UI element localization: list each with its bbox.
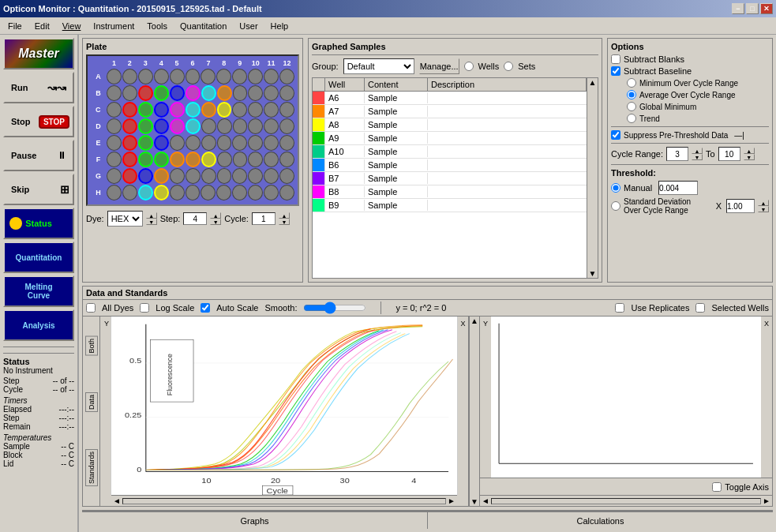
well[interactable] (186, 102, 201, 118)
minimize-button[interactable]: − (732, 3, 744, 14)
well[interactable] (264, 102, 279, 118)
cycle-from-down[interactable]: ▼ (692, 154, 703, 160)
manual-radio[interactable] (611, 183, 620, 193)
sets-radio[interactable] (504, 62, 513, 71)
well[interactable] (279, 85, 294, 101)
well[interactable] (186, 85, 201, 101)
dye-down-button[interactable]: ▼ (146, 219, 157, 225)
well[interactable] (122, 85, 137, 101)
dye-up-button[interactable]: ▲ (146, 212, 157, 219)
well[interactable] (107, 118, 122, 134)
auto-scale-checkbox[interactable] (201, 303, 210, 313)
calculations-tab[interactable]: Calculations (428, 511, 773, 529)
vscroll-up[interactable]: ▲ (470, 317, 478, 325)
well[interactable] (279, 102, 294, 118)
table-row[interactable]: A7 Sample (313, 105, 587, 118)
global-min-radio[interactable] (627, 102, 636, 111)
well[interactable] (122, 168, 137, 184)
scroll-down-button[interactable]: ▼ (589, 269, 597, 278)
table-row[interactable]: A6 Sample (313, 92, 587, 105)
manage-button[interactable]: Manage... (419, 58, 459, 74)
subtract-baseline-checkbox[interactable] (611, 66, 620, 76)
well[interactable] (201, 168, 216, 184)
min-over-cycle-radio[interactable] (627, 78, 636, 88)
status-button[interactable]: Status (3, 208, 74, 239)
well[interactable] (170, 152, 185, 167)
well[interactable] (264, 152, 279, 167)
well[interactable] (279, 135, 294, 151)
well[interactable] (122, 135, 137, 151)
well[interactable] (170, 69, 185, 84)
step-down-button[interactable]: ▼ (210, 219, 221, 225)
well[interactable] (186, 69, 201, 84)
well[interactable] (138, 85, 153, 101)
menu-tools[interactable]: Tools (141, 20, 174, 32)
trend-radio[interactable] (627, 114, 636, 123)
well[interactable] (170, 185, 185, 200)
melting-curve-button[interactable]: MeltingCurve (3, 275, 74, 307)
well[interactable] (154, 102, 169, 118)
well[interactable] (186, 135, 201, 151)
suppress-checkbox[interactable] (611, 130, 620, 140)
cycle-from-up[interactable]: ▲ (692, 148, 703, 154)
menu-view[interactable]: View (56, 20, 88, 32)
well[interactable] (154, 152, 169, 167)
well[interactable] (201, 85, 216, 101)
well[interactable] (248, 185, 263, 200)
std-dev-value-input[interactable] (726, 199, 755, 213)
pause-button[interactable]: Pause ⏸ (3, 140, 74, 171)
well[interactable] (248, 135, 263, 151)
well[interactable] (248, 168, 263, 184)
smooth-slider[interactable] (303, 302, 366, 314)
well[interactable] (138, 102, 153, 118)
well[interactable] (154, 69, 169, 84)
well[interactable] (248, 85, 263, 101)
cycle-to-up[interactable]: ▲ (744, 148, 755, 154)
analysis-button[interactable]: Analysis (3, 309, 74, 341)
well[interactable] (217, 135, 232, 151)
table-row[interactable]: B7 Sample (313, 172, 587, 185)
well[interactable] (122, 102, 137, 118)
menu-edit[interactable]: Edit (28, 20, 56, 32)
well[interactable] (217, 102, 232, 118)
close-button[interactable]: ✕ (760, 3, 773, 14)
well[interactable] (201, 69, 216, 84)
menu-file[interactable]: File (2, 20, 28, 32)
use-replicates-checkbox[interactable] (615, 303, 624, 313)
well[interactable] (279, 118, 294, 134)
table-row[interactable]: B6 Sample (313, 159, 587, 172)
step-up-button[interactable]: ▲ (210, 212, 221, 219)
well[interactable] (248, 118, 263, 134)
menu-quantitation[interactable]: Quantitation (174, 20, 233, 32)
master-button[interactable]: Master (3, 38, 74, 69)
group-select[interactable]: Default (343, 58, 414, 74)
well[interactable] (264, 168, 279, 184)
well[interactable] (138, 118, 153, 134)
stop-button[interactable]: Stop STOP (3, 106, 74, 137)
well[interactable] (170, 118, 185, 134)
std-dev-up[interactable]: ▲ (758, 200, 769, 206)
well[interactable] (154, 168, 169, 184)
graphs-tab[interactable]: Graphs (82, 511, 428, 529)
well[interactable] (154, 135, 169, 151)
well[interactable] (201, 185, 216, 200)
table-row[interactable]: B8 Sample (313, 185, 587, 199)
well[interactable] (170, 85, 185, 101)
well[interactable] (107, 85, 122, 101)
log-scale-checkbox[interactable] (140, 303, 149, 313)
well[interactable] (138, 152, 153, 167)
well[interactable] (122, 185, 137, 200)
std-dev-radio[interactable] (611, 201, 620, 211)
well[interactable] (201, 102, 216, 118)
well[interactable] (232, 69, 247, 84)
well[interactable] (122, 152, 137, 167)
well[interactable] (138, 135, 153, 151)
cycle-down-button[interactable]: ▼ (279, 219, 290, 225)
well[interactable] (217, 152, 232, 167)
menu-user[interactable]: User (233, 20, 264, 32)
well[interactable] (170, 102, 185, 118)
cycle-input[interactable] (252, 212, 276, 225)
subtract-blanks-checkbox[interactable] (611, 54, 620, 64)
well[interactable] (107, 102, 122, 118)
cycle-up-button[interactable]: ▲ (279, 212, 290, 219)
